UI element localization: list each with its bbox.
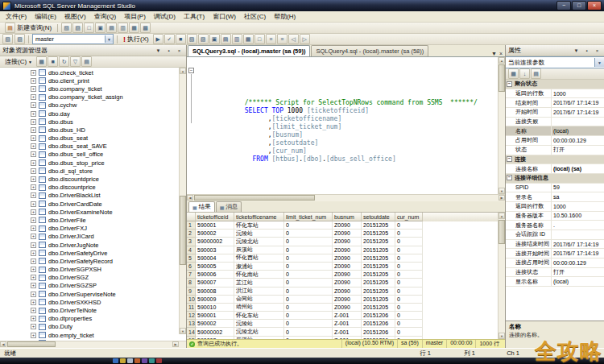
- grid-cell[interactable]: 0: [284, 254, 333, 263]
- expand-icon[interactable]: +: [31, 267, 36, 272]
- tree-item[interactable]: + dbo.DriverSafetyRecord: [0, 257, 186, 265]
- property-row[interactable]: 占用时间 00:00:00.129: [506, 136, 604, 146]
- grid-cell[interactable]: 0: [395, 271, 423, 279]
- property-value[interactable]: 打开: [552, 268, 604, 277]
- row-number[interactable]: 5: [187, 254, 196, 263]
- close-button[interactable]: ×: [587, 1, 602, 10]
- grid-cell[interactable]: Z0090: [333, 296, 362, 304]
- property-value[interactable]: (local): [552, 126, 604, 135]
- row-number[interactable]: 1: [187, 221, 196, 230]
- object-explorer-tree[interactable]: + dbo.check_ticket + dbo.client_print + …: [0, 68, 186, 341]
- column-header[interactable]: cur_num: [395, 213, 423, 221]
- property-value[interactable]: 10.50.1600: [552, 212, 604, 221]
- grid-cell[interactable]: 沅陵站: [234, 320, 284, 328]
- property-value[interactable]: 59: [552, 184, 604, 192]
- tree-item[interactable]: + dbo.client_print: [0, 77, 186, 85]
- grid-cell[interactable]: 590009: [196, 296, 234, 304]
- taskbar-item[interactable]: [127, 358, 133, 363]
- column-header[interactable]: ticketofficename: [234, 213, 284, 221]
- scroll-left-icon[interactable]: ◀: [0, 341, 6, 347]
- grid-row[interactable]: 9 590008 洪江站 0 Z0090 20151205 0: [187, 287, 505, 296]
- expand-icon[interactable]: +: [31, 250, 36, 256]
- tree-item[interactable]: + dbo.cychw: [0, 101, 186, 110]
- scrollbar-thumb[interactable]: [7, 341, 56, 347]
- grid-cell[interactable]: Z-001: [333, 312, 362, 320]
- grid-cell[interactable]: Z-001: [333, 328, 362, 336]
- scroll-up-icon[interactable]: ▲: [499, 57, 505, 64]
- grid-cell[interactable]: 靖州站: [234, 304, 284, 312]
- toolbar-icon[interactable]: ▩: [140, 23, 151, 33]
- grid-row[interactable]: 8 590007 芷江站 0 Z0090 20151205 0: [187, 279, 505, 287]
- property-value[interactable]: 2017/6/7 17:14:19: [552, 249, 604, 258]
- property-row[interactable]: 返回的行数 1000: [506, 202, 604, 212]
- expand-icon[interactable]: +: [31, 160, 36, 166]
- tree-item[interactable]: + dbo.di_sql_store: [0, 167, 186, 175]
- toolbar-icon[interactable]: ▨: [198, 34, 209, 44]
- row-number[interactable]: 2: [187, 230, 196, 238]
- menu-item[interactable]: 查询(Q): [90, 11, 121, 22]
- chevron-down-icon[interactable]: ▼: [105, 35, 113, 43]
- expand-icon[interactable]: +: [31, 234, 36, 239]
- grid-cell[interactable]: 590010: [196, 304, 234, 312]
- grid-cell[interactable]: 沅陵站: [234, 230, 284, 238]
- grid-row[interactable]: 2 590002 沅陵站 0 Z0090 20151205 0: [187, 230, 505, 238]
- grid-cell[interactable]: 590001: [196, 312, 234, 320]
- grid-cell[interactable]: 0: [395, 287, 423, 296]
- grid-row[interactable]: 5 590004 怀化西站 0 Z0090 20151205 0: [187, 254, 505, 263]
- scroll-down-icon[interactable]: ▼: [499, 333, 505, 339]
- row-number[interactable]: 4: [187, 246, 196, 254]
- tree-item[interactable]: + dbo.DriverFXJ: [0, 225, 186, 233]
- grid-cell[interactable]: 芷江站: [234, 279, 284, 287]
- grid-row[interactable]: 14 59000002 沅陵北站 0 Z-001 20151206 0: [187, 328, 505, 336]
- row-number[interactable]: 8: [187, 279, 196, 287]
- column-header[interactable]: limit_ticket_num: [284, 213, 333, 221]
- grid-cell[interactable]: 0: [395, 320, 423, 328]
- row-number[interactable]: 13: [187, 320, 196, 328]
- grid-cell[interactable]: 20151205: [362, 238, 395, 246]
- expand-icon[interactable]: +: [31, 283, 36, 288]
- grid-cell[interactable]: Z-001: [333, 337, 362, 339]
- grid-cell[interactable]: 20151205: [362, 246, 395, 254]
- property-value[interactable]: [552, 118, 604, 126]
- tree-item[interactable]: + dbo.Duty: [0, 323, 186, 331]
- tree-item[interactable]: + dbo.DriverFile: [0, 216, 186, 224]
- grid-cell[interactable]: 沅陵北站: [234, 328, 284, 336]
- pin-icon[interactable]: ▪: [582, 47, 591, 55]
- row-number[interactable]: 9: [187, 287, 196, 296]
- grid-cell[interactable]: 0: [284, 246, 333, 254]
- chevron-down-icon[interactable]: ▼: [594, 58, 604, 67]
- chevron-down-icon[interactable]: ▼: [154, 47, 163, 55]
- toolbar-icon[interactable]: ▤: [221, 34, 231, 44]
- grid-cell[interactable]: 590003: [196, 337, 234, 339]
- grid-row[interactable]: 1 590001 怀化车站 0 Z0090 20151205 0: [187, 221, 505, 230]
- grid-cell[interactable]: 20151206: [362, 337, 395, 339]
- property-value[interactable]: 1000: [552, 89, 604, 98]
- grid-cell[interactable]: Z0090: [333, 254, 362, 263]
- expand-icon[interactable]: +: [31, 176, 36, 182]
- tree-item[interactable]: + dbo.DriverExamineNote: [0, 208, 186, 216]
- grid-cell[interactable]: 0: [395, 296, 423, 304]
- property-row[interactable]: 连接名称 (local) (sa): [506, 164, 604, 174]
- grid-cell[interactable]: 20151206: [362, 312, 395, 320]
- grid-cell[interactable]: Z0090: [333, 304, 362, 312]
- tree-item[interactable]: + dbo.dbus: [0, 118, 186, 126]
- grid-cell[interactable]: Z0090: [333, 221, 362, 230]
- property-row[interactable]: 结束时间 2017/6/7 17:14:19: [506, 98, 604, 108]
- chevron-down-icon[interactable]: ▼: [572, 47, 581, 55]
- grid-cell[interactable]: Z0090: [333, 246, 362, 254]
- scrollbar-thumb[interactable]: [194, 195, 315, 201]
- grid-cell[interactable]: 0: [284, 230, 333, 238]
- grid-cell[interactable]: 20151205: [362, 279, 395, 287]
- scroll-up-icon[interactable]: ▲: [180, 68, 186, 74]
- toolbar-icon[interactable]: ▷: [300, 34, 310, 44]
- expand-icon[interactable]: +: [31, 242, 36, 248]
- expand-icon[interactable]: +: [31, 192, 36, 198]
- sql-editor[interactable]: − /****** Script for SelectTopNRows comm…: [187, 57, 505, 194]
- menu-item[interactable]: 视图(V): [60, 11, 90, 22]
- tree-item[interactable]: + dbo.DriverSuperviseNote: [0, 290, 186, 298]
- expand-icon[interactable]: +: [31, 292, 36, 297]
- row-number[interactable]: 10: [187, 296, 196, 304]
- change-connection-icon[interactable]: ▨: [14, 34, 25, 44]
- grid-cell[interactable]: 0: [284, 304, 333, 312]
- execute-button[interactable]: ! 执行(X): [121, 35, 151, 44]
